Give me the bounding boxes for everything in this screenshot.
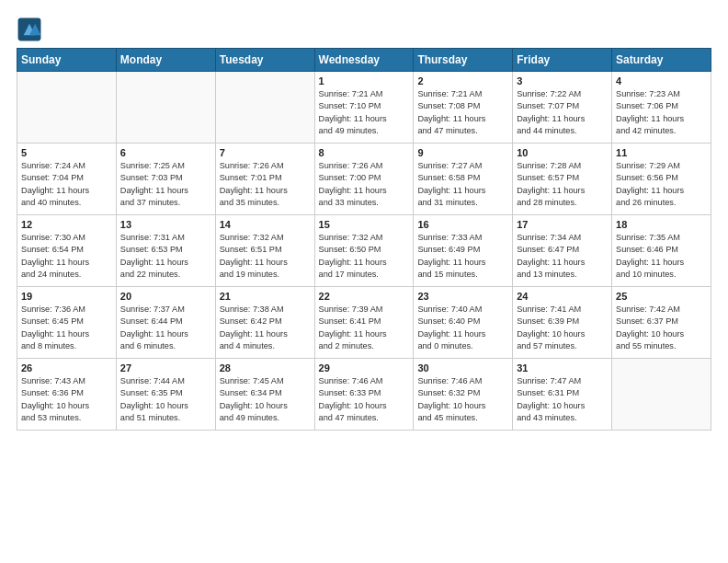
day-cell: 4Sunrise: 7:23 AM Sunset: 7:06 PM Daylig… — [612, 72, 711, 144]
page: SundayMondayTuesdayWednesdayThursdayFrid… — [0, 0, 728, 440]
day-cell: 22Sunrise: 7:39 AM Sunset: 6:41 PM Dayli… — [314, 287, 414, 359]
day-number: 4 — [616, 75, 707, 86]
day-info: Sunrise: 7:45 AM Sunset: 6:34 PM Dayligh… — [220, 375, 311, 424]
day-number: 9 — [417, 147, 508, 158]
day-number: 31 — [517, 362, 608, 373]
day-cell — [17, 72, 117, 144]
day-info: Sunrise: 7:47 AM Sunset: 6:31 PM Dayligh… — [517, 375, 608, 424]
day-number: 22 — [319, 291, 410, 302]
logo — [17, 17, 44, 42]
logo-icon — [17, 17, 42, 42]
day-number: 25 — [616, 291, 707, 302]
day-cell: 17Sunrise: 7:34 AM Sunset: 6:47 PM Dayli… — [513, 215, 612, 287]
day-cell: 25Sunrise: 7:42 AM Sunset: 6:37 PM Dayli… — [612, 287, 711, 359]
days-header-row: SundayMondayTuesdayWednesdayThursdayFrid… — [17, 49, 711, 72]
day-info: Sunrise: 7:44 AM Sunset: 6:35 PM Dayligh… — [120, 375, 211, 424]
day-cell: 1Sunrise: 7:21 AM Sunset: 7:10 PM Daylig… — [314, 72, 414, 144]
day-info: Sunrise: 7:33 AM Sunset: 6:49 PM Dayligh… — [417, 232, 508, 281]
day-cell: 29Sunrise: 7:46 AM Sunset: 6:33 PM Dayli… — [314, 359, 414, 431]
day-info: Sunrise: 7:29 AM Sunset: 6:56 PM Dayligh… — [616, 160, 707, 209]
day-cell: 5Sunrise: 7:24 AM Sunset: 7:04 PM Daylig… — [17, 144, 117, 215]
col-header-friday: Friday — [513, 49, 612, 72]
day-number: 14 — [220, 219, 311, 230]
day-cell: 7Sunrise: 7:26 AM Sunset: 7:01 PM Daylig… — [215, 144, 314, 215]
day-cell: 30Sunrise: 7:46 AM Sunset: 6:32 PM Dayli… — [414, 359, 513, 431]
day-info: Sunrise: 7:26 AM Sunset: 7:01 PM Dayligh… — [220, 160, 311, 209]
week-row-4: 19Sunrise: 7:36 AM Sunset: 6:45 PM Dayli… — [17, 287, 711, 359]
day-info: Sunrise: 7:34 AM Sunset: 6:47 PM Dayligh… — [517, 232, 608, 281]
day-cell: 8Sunrise: 7:26 AM Sunset: 7:00 PM Daylig… — [314, 144, 414, 215]
day-number: 21 — [220, 291, 311, 302]
day-cell — [215, 72, 314, 144]
day-cell — [116, 72, 215, 144]
day-number: 10 — [517, 147, 608, 158]
day-cell: 11Sunrise: 7:29 AM Sunset: 6:56 PM Dayli… — [612, 144, 711, 215]
col-header-tuesday: Tuesday — [215, 49, 314, 72]
day-info: Sunrise: 7:22 AM Sunset: 7:07 PM Dayligh… — [517, 88, 608, 137]
day-info: Sunrise: 7:46 AM Sunset: 6:33 PM Dayligh… — [319, 375, 410, 424]
day-number: 5 — [21, 147, 112, 158]
day-number: 23 — [417, 291, 508, 302]
day-number: 6 — [120, 147, 211, 158]
day-info: Sunrise: 7:32 AM Sunset: 6:51 PM Dayligh… — [220, 232, 311, 281]
day-info: Sunrise: 7:21 AM Sunset: 7:10 PM Dayligh… — [319, 88, 410, 137]
day-cell: 26Sunrise: 7:43 AM Sunset: 6:36 PM Dayli… — [17, 359, 117, 431]
day-cell: 16Sunrise: 7:33 AM Sunset: 6:49 PM Dayli… — [414, 215, 513, 287]
day-info: Sunrise: 7:25 AM Sunset: 7:03 PM Dayligh… — [120, 160, 211, 209]
day-info: Sunrise: 7:36 AM Sunset: 6:45 PM Dayligh… — [21, 304, 112, 352]
day-cell: 10Sunrise: 7:28 AM Sunset: 6:57 PM Dayli… — [513, 144, 612, 215]
day-number: 24 — [517, 291, 608, 302]
day-info: Sunrise: 7:23 AM Sunset: 7:06 PM Dayligh… — [616, 88, 707, 137]
col-header-thursday: Thursday — [414, 49, 513, 72]
day-number: 26 — [21, 362, 112, 373]
day-info: Sunrise: 7:42 AM Sunset: 6:37 PM Dayligh… — [616, 304, 707, 352]
day-number: 16 — [417, 219, 508, 230]
day-cell: 27Sunrise: 7:44 AM Sunset: 6:35 PM Dayli… — [116, 359, 215, 431]
day-info: Sunrise: 7:21 AM Sunset: 7:08 PM Dayligh… — [417, 88, 508, 137]
day-number: 2 — [417, 75, 508, 86]
col-header-wednesday: Wednesday — [314, 49, 414, 72]
day-cell: 12Sunrise: 7:30 AM Sunset: 6:54 PM Dayli… — [17, 215, 117, 287]
col-header-monday: Monday — [116, 49, 215, 72]
day-cell: 31Sunrise: 7:47 AM Sunset: 6:31 PM Dayli… — [513, 359, 612, 431]
day-info: Sunrise: 7:31 AM Sunset: 6:53 PM Dayligh… — [120, 232, 211, 281]
day-number: 3 — [517, 75, 608, 86]
day-number: 30 — [417, 362, 508, 373]
col-header-saturday: Saturday — [612, 49, 711, 72]
week-row-2: 5Sunrise: 7:24 AM Sunset: 7:04 PM Daylig… — [17, 144, 711, 215]
week-row-5: 26Sunrise: 7:43 AM Sunset: 6:36 PM Dayli… — [17, 359, 711, 431]
day-cell — [612, 359, 711, 431]
day-cell: 6Sunrise: 7:25 AM Sunset: 7:03 PM Daylig… — [116, 144, 215, 215]
day-number: 1 — [319, 75, 410, 86]
day-number: 20 — [120, 291, 211, 302]
day-info: Sunrise: 7:28 AM Sunset: 6:57 PM Dayligh… — [517, 160, 608, 209]
day-cell: 13Sunrise: 7:31 AM Sunset: 6:53 PM Dayli… — [116, 215, 215, 287]
day-info: Sunrise: 7:41 AM Sunset: 6:39 PM Dayligh… — [517, 304, 608, 352]
day-info: Sunrise: 7:37 AM Sunset: 6:44 PM Dayligh… — [120, 304, 211, 352]
day-cell: 20Sunrise: 7:37 AM Sunset: 6:44 PM Dayli… — [116, 287, 215, 359]
week-row-1: 1Sunrise: 7:21 AM Sunset: 7:10 PM Daylig… — [17, 72, 711, 144]
day-number: 12 — [21, 219, 112, 230]
day-number: 27 — [120, 362, 211, 373]
day-cell: 3Sunrise: 7:22 AM Sunset: 7:07 PM Daylig… — [513, 72, 612, 144]
day-cell: 23Sunrise: 7:40 AM Sunset: 6:40 PM Dayli… — [414, 287, 513, 359]
day-cell: 9Sunrise: 7:27 AM Sunset: 6:58 PM Daylig… — [414, 144, 513, 215]
day-info: Sunrise: 7:27 AM Sunset: 6:58 PM Dayligh… — [417, 160, 508, 209]
day-cell: 18Sunrise: 7:35 AM Sunset: 6:46 PM Dayli… — [612, 215, 711, 287]
day-number: 8 — [319, 147, 410, 158]
day-number: 13 — [120, 219, 211, 230]
day-info: Sunrise: 7:40 AM Sunset: 6:40 PM Dayligh… — [417, 304, 508, 352]
day-cell: 24Sunrise: 7:41 AM Sunset: 6:39 PM Dayli… — [513, 287, 612, 359]
day-info: Sunrise: 7:26 AM Sunset: 7:00 PM Dayligh… — [319, 160, 410, 209]
week-row-3: 12Sunrise: 7:30 AM Sunset: 6:54 PM Dayli… — [17, 215, 711, 287]
day-info: Sunrise: 7:35 AM Sunset: 6:46 PM Dayligh… — [616, 232, 707, 281]
col-header-sunday: Sunday — [17, 49, 117, 72]
day-number: 28 — [220, 362, 311, 373]
day-number: 11 — [616, 147, 707, 158]
day-info: Sunrise: 7:30 AM Sunset: 6:54 PM Dayligh… — [21, 232, 112, 281]
day-info: Sunrise: 7:43 AM Sunset: 6:36 PM Dayligh… — [21, 375, 112, 424]
day-number: 18 — [616, 219, 707, 230]
day-number: 19 — [21, 291, 112, 302]
calendar-table: SundayMondayTuesdayWednesdayThursdayFrid… — [17, 48, 711, 431]
day-number: 29 — [319, 362, 410, 373]
